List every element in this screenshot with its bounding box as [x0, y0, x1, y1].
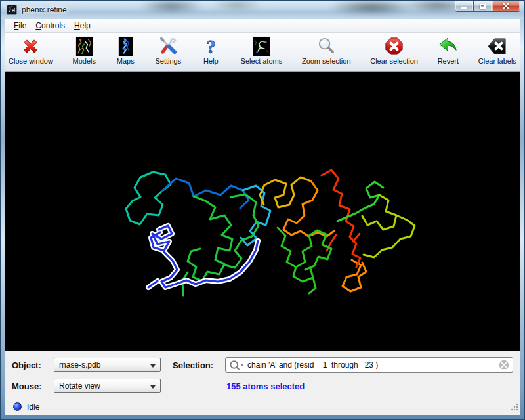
toolbar-label: Select atoms — [241, 57, 283, 65]
minimize-icon — [461, 7, 467, 9]
window-controls — [455, 1, 520, 12]
toolbar-button-models[interactable]: Models — [73, 35, 96, 65]
toolbar-label: Zoom selection — [302, 57, 351, 65]
object-label: Object: — [12, 360, 54, 370]
titlebar-glass-decoration — [1, 1, 524, 19]
titlebar[interactable]: phenix.refine — [1, 1, 524, 19]
control-panel: Object: rnase-s.pdb Selection: — [5, 351, 520, 398]
molecule-viewport[interactable] — [5, 72, 520, 351]
molecule-right-chain — [260, 170, 415, 293]
toolbar-button-clear-selection[interactable]: Clear selection — [370, 35, 418, 65]
toolbar-label: Close window — [9, 57, 53, 65]
toolbar-label: Clear selection — [370, 57, 418, 65]
toolbar-label: Clear labels — [478, 57, 516, 65]
object-dropdown[interactable]: rnase-s.pdb — [54, 358, 161, 372]
svg-text:?: ? — [206, 36, 216, 56]
mouse-label: Mouse: — [12, 381, 54, 391]
zoom-selection-icon — [316, 35, 337, 57]
molecule-left-chain — [126, 172, 270, 295]
toolbar-label: Settings — [155, 57, 181, 65]
toolbar-button-revert[interactable]: Revert — [438, 35, 459, 65]
status-indicator-icon — [13, 402, 22, 411]
selection-search-field[interactable] — [225, 357, 513, 373]
revert-icon — [438, 35, 458, 57]
mouse-mode-dropdown[interactable]: Rotate view — [54, 379, 161, 393]
menu-file[interactable]: File — [9, 20, 31, 32]
close-icon — [502, 3, 510, 9]
models-icon — [74, 35, 94, 57]
chevron-down-icon — [150, 364, 156, 368]
clear-search-icon[interactable] — [499, 360, 509, 370]
toolbar-button-maps[interactable]: Maps — [116, 35, 136, 65]
close-window-icon — [20, 35, 41, 57]
menu-help[interactable]: Help — [70, 20, 95, 32]
clear-labels-icon — [487, 35, 507, 57]
search-options-icon[interactable] — [229, 360, 245, 371]
atoms-selected-count: 155 atoms selected — [225, 381, 513, 391]
toolbar-button-close-window[interactable]: Close window — [9, 35, 53, 65]
object-dropdown-value: rnase-s.pdb — [59, 360, 100, 369]
phenix-refine-window: phenix.refine File Controls Help — [0, 0, 525, 420]
toolbar-label: Revert — [438, 57, 459, 65]
menubar: File Controls Help — [5, 19, 520, 33]
toolbar-button-select-atoms[interactable]: Select atoms — [241, 35, 283, 65]
status-text: Idle — [27, 402, 39, 411]
selection-label: Selection: — [173, 360, 225, 370]
clear-selection-icon — [384, 35, 404, 57]
statusbar: Idle — [5, 398, 520, 415]
selection-input[interactable] — [245, 360, 499, 369]
maximize-button[interactable] — [474, 1, 492, 12]
toolbar: Close window Models — [5, 33, 520, 72]
toolbar-button-zoom-selection[interactable]: Zoom selection — [302, 35, 351, 65]
molecule-render — [5, 72, 520, 351]
help-icon: ? — [201, 35, 221, 57]
window-frame: File Controls Help Close window — [1, 19, 524, 419]
toolbar-label: Maps — [117, 57, 135, 65]
toolbar-label: Models — [73, 57, 96, 65]
close-button[interactable] — [492, 1, 520, 12]
mouse-mode-value: Rotate view — [59, 381, 100, 390]
app-icon — [7, 5, 17, 15]
toolbar-button-clear-labels[interactable]: Clear labels — [478, 35, 516, 65]
select-atoms-icon — [251, 35, 272, 57]
maps-icon — [116, 35, 136, 57]
resize-grip[interactable] — [511, 402, 518, 413]
toolbar-button-settings[interactable]: Settings — [155, 35, 181, 65]
maximize-icon — [480, 4, 486, 9]
toolbar-button-help[interactable]: ? Select atoms Help — [201, 35, 221, 65]
chevron-down-icon — [150, 385, 156, 388]
minimize-button[interactable] — [455, 1, 474, 12]
menu-controls[interactable]: Controls — [31, 20, 70, 32]
toolbar-label: Help — [203, 57, 219, 65]
window-title: phenix.refine — [22, 5, 67, 14]
settings-icon — [158, 35, 178, 57]
